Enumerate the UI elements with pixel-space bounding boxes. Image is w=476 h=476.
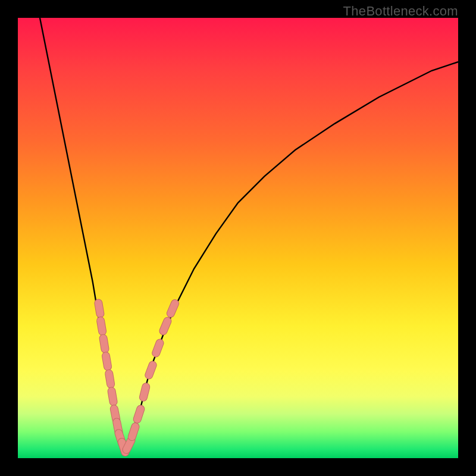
dots-right-group: [127, 303, 176, 450]
data-dot: [137, 409, 141, 419]
dots-left-group: [98, 303, 125, 453]
curve-right-branch: [124, 62, 458, 449]
data-dot: [104, 339, 105, 349]
data-dot: [114, 409, 117, 419]
data-dot: [156, 343, 159, 353]
plot-area: [18, 18, 458, 458]
data-dot: [171, 303, 175, 314]
chart-frame: TheBottleneck.com: [0, 0, 476, 476]
data-dot: [143, 387, 146, 397]
data-dot: [98, 303, 100, 314]
data-dot: [112, 392, 114, 402]
data-dot: [149, 365, 152, 375]
data-dot: [127, 440, 131, 450]
watermark-text: TheBottleneck.com: [343, 4, 458, 19]
curve-svg: [18, 18, 458, 458]
data-dot: [106, 356, 108, 367]
data-dot: [163, 321, 167, 331]
data-dot: [109, 374, 111, 384]
data-dot: [101, 321, 102, 331]
data-dot: [132, 427, 136, 437]
